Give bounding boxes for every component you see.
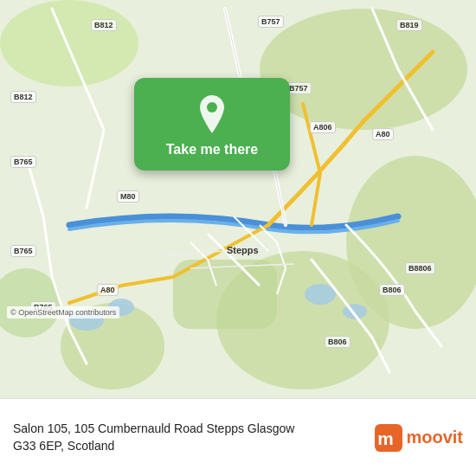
take-me-there-button[interactable]: Take me there: [134, 78, 290, 170]
road-label-b806-1: B806: [379, 284, 405, 296]
place-label-stepps: Stepps: [227, 245, 259, 255]
road-label-b765-1: B765: [10, 156, 36, 168]
road-label-b8806: B8806: [405, 262, 435, 274]
svg-text:m: m: [378, 428, 395, 448]
road-label-b812-1: B812: [91, 19, 117, 31]
address-text: Salon 105, 105 Cumbernauld Road Stepps G…: [13, 421, 366, 454]
road-label-b757-1: B757: [258, 16, 284, 28]
svg-point-1: [0, 0, 138, 87]
moovit-text: moovit: [406, 428, 463, 447]
address-container: Salon 105, 105 Cumbernauld Road Stepps G…: [13, 421, 366, 454]
road-label-m80: M80: [117, 190, 139, 203]
info-bar: Salon 105, 105 Cumbernauld Road Stepps G…: [0, 398, 476, 476]
svg-point-10: [343, 304, 367, 319]
road-label-b765-2: B765: [10, 245, 36, 257]
road-label-a806: A806: [310, 121, 336, 133]
road-label-a80-1: A80: [372, 128, 394, 140]
svg-point-11: [207, 102, 217, 113]
copyright-text: © OpenStreetMap contributors: [7, 306, 119, 318]
svg-point-9: [305, 284, 336, 305]
map-container: B812 B757 B757 B819 B812 B765 B765 B765 …: [0, 0, 476, 398]
moovit-logo: m moovit: [375, 424, 463, 452]
road-label-b806-2: B806: [325, 336, 351, 348]
road-label-b819: B819: [396, 19, 422, 31]
cta-label: Take me there: [166, 142, 258, 158]
location-pin-icon: [196, 95, 228, 133]
svg-point-0: [260, 9, 467, 130]
road-label-a80-2: A80: [97, 284, 119, 296]
road-label-b812-2: B812: [10, 91, 36, 103]
moovit-logo-icon: m: [375, 424, 402, 452]
map-roads: [0, 0, 476, 398]
